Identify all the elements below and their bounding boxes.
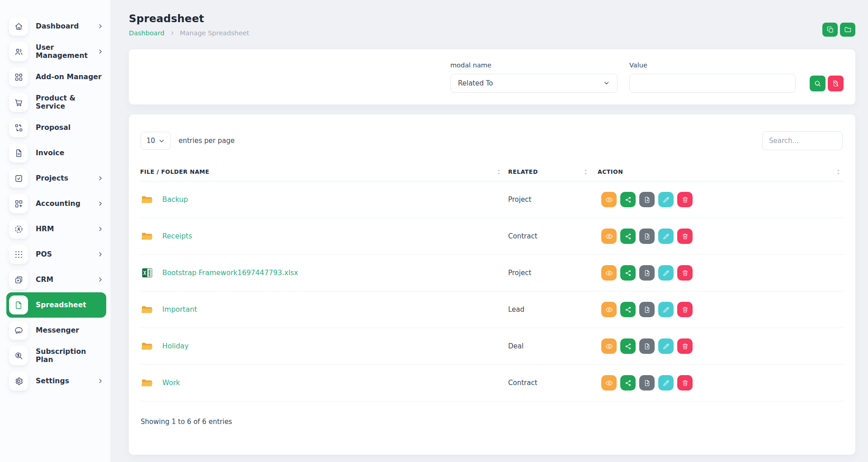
table-row: WorkContract — [140, 365, 844, 401]
file-name-link[interactable]: Receipts — [162, 232, 192, 240]
file-name-link[interactable]: Important — [162, 305, 197, 314]
table-toolbar: 10 entries per page — [129, 114, 855, 162]
file-export-icon — [643, 379, 651, 387]
filter-clear-button[interactable] — [828, 76, 844, 91]
share-button[interactable] — [620, 265, 636, 281]
view-button[interactable] — [601, 265, 617, 281]
upload-file-button[interactable] — [822, 23, 838, 37]
export-button[interactable] — [639, 302, 655, 317]
table-search-input[interactable] — [762, 131, 843, 150]
edit-button[interactable] — [658, 375, 674, 391]
table-header-row: FILE / FOLDER NAMERELATEDACTION — [140, 162, 844, 181]
folder-icon — [141, 194, 153, 205]
breadcrumb: Dashboard Manage Spreadsheet — [129, 29, 249, 37]
sidebar-item-subscription-plan[interactable]: Subscription Plan — [0, 343, 111, 368]
pencil-icon — [662, 343, 670, 350]
export-button[interactable] — [639, 375, 655, 391]
file-name-cell: Holiday — [140, 341, 508, 352]
sort-icon — [497, 169, 501, 175]
create-folder-button[interactable] — [840, 23, 855, 37]
page-size-select[interactable]: 10 — [141, 132, 171, 150]
edit-button[interactable] — [658, 338, 674, 354]
addon-icon — [9, 67, 28, 86]
share-button[interactable] — [620, 338, 636, 354]
file-name-link[interactable]: Backup — [162, 195, 188, 204]
sidebar-item-label: Projects — [36, 174, 97, 182]
sidebar-item-proposal[interactable]: Proposal — [0, 115, 111, 140]
share-icon — [624, 379, 632, 387]
column-label: FILE / FOLDER NAME — [140, 168, 209, 175]
share-button[interactable] — [620, 375, 636, 391]
view-button[interactable] — [601, 338, 617, 354]
sidebar-item-pos[interactable]: POS — [0, 242, 111, 267]
filter-search-button[interactable] — [810, 76, 826, 91]
trash-icon — [681, 196, 689, 204]
model-name-field: modal name Related To — [450, 62, 618, 93]
export-button[interactable] — [639, 192, 655, 207]
sidebar-item-user-management[interactable]: User Management — [0, 39, 111, 64]
file-export-icon — [643, 233, 651, 240]
share-icon — [624, 233, 632, 240]
edit-button[interactable] — [658, 192, 674, 207]
delete-button[interactable] — [677, 302, 693, 317]
export-button[interactable] — [639, 229, 655, 244]
table-body: BackupProjectReceiptsContractBootstrap F… — [140, 181, 844, 401]
sidebar-item-hrm[interactable]: HRM — [0, 216, 111, 242]
sidebar-item-projects[interactable]: Projects — [0, 166, 111, 191]
sidebar-item-crm[interactable]: CRM — [0, 267, 111, 292]
file-name-link[interactable]: Holiday — [162, 342, 189, 350]
sidebar-item-label: Product & Service — [36, 94, 104, 110]
cart-icon — [9, 93, 28, 112]
model-name-label: modal name — [450, 62, 618, 69]
main-content: Spreadsheet Dashboard Manage Spreadsheet… — [111, 0, 868, 462]
share-icon — [624, 269, 632, 277]
search-icon — [814, 80, 821, 87]
delete-button[interactable] — [677, 229, 693, 244]
action-buttons — [598, 229, 844, 244]
chevron-right-icon — [97, 378, 104, 384]
trash-icon — [681, 233, 689, 240]
file-name-link[interactable]: Work — [162, 379, 180, 387]
delete-button[interactable] — [677, 338, 693, 354]
crm-icon — [9, 270, 28, 289]
column-header-action[interactable]: ACTION — [598, 162, 844, 181]
file-export-icon — [643, 306, 651, 314]
sidebar-item-settings[interactable]: Settings — [0, 368, 111, 394]
delete-button[interactable] — [677, 375, 693, 391]
sidebar-item-dashboard[interactable]: Dashboard — [0, 14, 111, 39]
trash-icon — [681, 269, 689, 277]
column-header-related[interactable]: RELATED — [508, 162, 598, 181]
edit-button[interactable] — [658, 302, 674, 317]
delete-button[interactable] — [677, 265, 693, 281]
column-header-file-folder-name[interactable]: FILE / FOLDER NAME — [140, 162, 508, 181]
sidebar-item-invoice[interactable]: Invoice — [0, 140, 111, 166]
sidebar-item-label: HRM — [36, 225, 97, 233]
view-button[interactable] — [601, 229, 617, 244]
share-button[interactable] — [620, 229, 636, 244]
related-value: Lead — [508, 305, 598, 314]
share-button[interactable] — [620, 302, 636, 317]
view-button[interactable] — [601, 375, 617, 391]
export-button[interactable] — [639, 338, 655, 354]
share-button[interactable] — [620, 192, 636, 207]
sidebar-nav: DashboardUser ManagementAdd-on ManagerPr… — [0, 14, 111, 394]
file-name-link[interactable]: Bootstrap Framework1697447793.xlsx — [162, 269, 298, 277]
view-button[interactable] — [601, 302, 617, 317]
delete-button[interactable] — [677, 192, 693, 207]
sidebar-item-label: Invoice — [36, 149, 104, 157]
sidebar-item-add-on-manager[interactable]: Add-on Manager — [0, 64, 111, 90]
view-button[interactable] — [601, 192, 617, 207]
edit-button[interactable] — [658, 265, 674, 281]
file-name-cell: Backup — [140, 194, 508, 205]
sidebar-item-accounting[interactable]: Accounting — [0, 191, 111, 216]
sidebar-item-messenger[interactable]: Messenger — [0, 318, 111, 343]
value-input[interactable] — [629, 74, 796, 93]
edit-button[interactable] — [658, 229, 674, 244]
export-button[interactable] — [639, 265, 655, 281]
sidebar-item-product-service[interactable]: Product & Service — [0, 90, 111, 115]
breadcrumb-dashboard-link[interactable]: Dashboard — [129, 29, 165, 37]
related-value: Contract — [508, 379, 598, 387]
related-to-select[interactable]: Related To — [450, 74, 618, 93]
sidebar-item-label: CRM — [36, 276, 97, 284]
sidebar-item-spreadsheet[interactable]: Spreadsheet — [6, 292, 106, 318]
